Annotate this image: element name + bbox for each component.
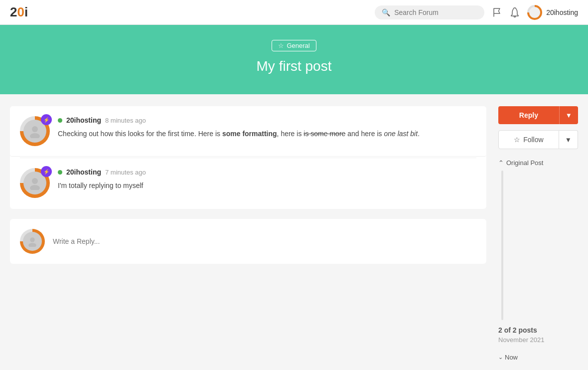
notification-icon[interactable] xyxy=(510,7,519,17)
original-post-section: ⌃ Original Post 2 of 2 posts November 20… xyxy=(498,159,578,344)
follow-button-group: ☆ Follow ▼ xyxy=(498,130,578,149)
header-right: 🔍 20ihosting xyxy=(375,5,578,20)
timeline-bar xyxy=(501,171,503,320)
svg-point-2 xyxy=(32,178,38,184)
post-time: 8 minutes ago xyxy=(105,117,146,124)
post-author: 20ihosting xyxy=(66,116,101,124)
reply-button-group: Reply ▼ xyxy=(498,106,578,124)
post-title: My first post xyxy=(10,58,578,74)
reply-button[interactable]: Reply xyxy=(498,106,559,124)
now-label: ⌄ Now xyxy=(498,354,578,361)
header: 20i 🔍 20ihosting xyxy=(0,0,588,25)
category-label: General xyxy=(287,42,309,49)
follow-label: Follow xyxy=(523,136,543,144)
follow-dropdown-button[interactable]: ▼ xyxy=(559,130,578,149)
online-indicator xyxy=(58,118,62,123)
user-name-header: 20ihosting xyxy=(546,8,578,16)
post-meta: 20ihosting 7 minutes ago xyxy=(58,168,476,176)
star-icon: ☆ xyxy=(278,42,284,49)
user-rank-badge: ⚡ xyxy=(41,166,52,177)
svg-point-1 xyxy=(30,133,40,138)
user-avatar-header xyxy=(527,5,542,20)
reply-input[interactable] xyxy=(53,237,476,245)
avatar: ⚡ xyxy=(20,116,50,146)
svg-point-0 xyxy=(32,126,38,132)
posts-count: 2 of 2 posts xyxy=(498,326,578,334)
post-text: Checking out how this looks for the firs… xyxy=(58,128,476,139)
star-icon: ☆ xyxy=(514,136,520,144)
flag-icon[interactable] xyxy=(492,8,502,17)
category-badge[interactable]: ☆ General xyxy=(272,40,316,51)
search-input[interactable] xyxy=(394,8,477,16)
table-row: ⚡ 20ihosting 7 minutes ago I'm totally r… xyxy=(10,158,486,208)
logo[interactable]: 20i xyxy=(10,4,28,20)
online-indicator xyxy=(58,170,62,175)
svg-point-4 xyxy=(30,237,34,242)
post-author: 20ihosting xyxy=(66,168,101,176)
posts-date: November 2021 xyxy=(498,336,578,344)
original-post-label[interactable]: ⌃ Original Post xyxy=(498,159,578,167)
avatar: ⚡ xyxy=(20,168,50,198)
svg-point-3 xyxy=(30,185,40,190)
user-badge[interactable]: 20ihosting xyxy=(527,5,578,20)
reply-area xyxy=(10,219,486,264)
search-bar[interactable]: 🔍 xyxy=(375,5,484,19)
post-body: 20ihosting 8 minutes ago Checking out ho… xyxy=(58,116,476,146)
post-meta: 20ihosting 8 minutes ago xyxy=(58,116,476,124)
sidebar-column: Reply ▼ ☆ Follow ▼ ⌃ Original Post 2 of … xyxy=(498,106,578,361)
reply-avatar xyxy=(20,229,45,254)
reply-dropdown-button[interactable]: ▼ xyxy=(559,106,578,124)
posts-column: ⚡ 20ihosting 8 minutes ago Checking out … xyxy=(10,106,486,361)
chevron-up-icon: ⌃ xyxy=(498,159,504,167)
search-icon: 🔍 xyxy=(382,8,390,16)
follow-button[interactable]: ☆ Follow xyxy=(498,130,559,149)
table-row: ⚡ 20ihosting 8 minutes ago Checking out … xyxy=(10,106,486,157)
post-body: 20ihosting 7 minutes ago I'm totally rep… xyxy=(58,168,476,198)
svg-point-5 xyxy=(28,243,36,247)
hero-banner: ☆ General My first post xyxy=(0,25,588,94)
main-container: ⚡ 20ihosting 8 minutes ago Checking out … xyxy=(0,94,588,370)
post-text: I'm totally replying to myself xyxy=(58,180,476,191)
post-time: 7 minutes ago xyxy=(105,169,146,176)
user-rank-badge: ⚡ xyxy=(41,114,52,125)
posts-wrapper: ⚡ 20ihosting 8 minutes ago Checking out … xyxy=(10,106,486,209)
chevron-down-icon: ⌄ xyxy=(498,354,503,361)
